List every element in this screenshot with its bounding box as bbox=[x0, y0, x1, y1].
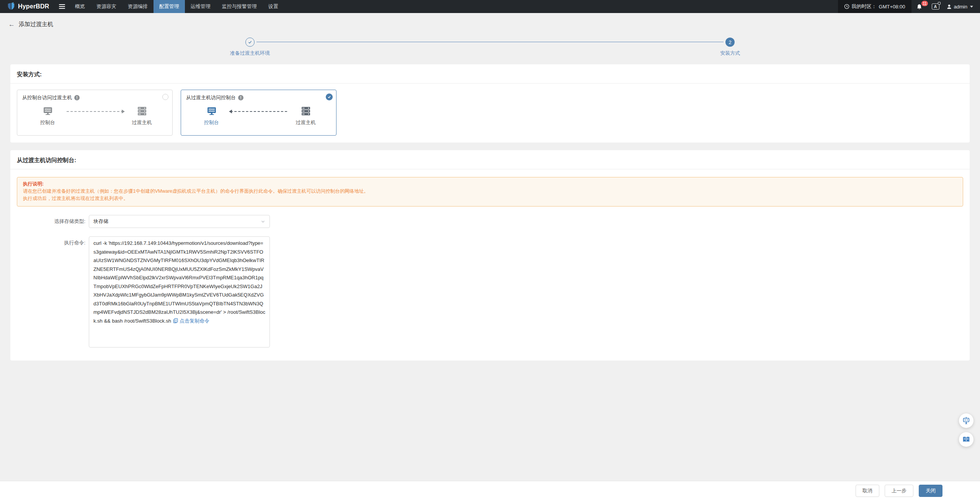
brand-name: HyperBDR bbox=[18, 3, 49, 10]
user-menu[interactable]: admin bbox=[943, 0, 980, 13]
step-2-label: 安装方式 bbox=[688, 50, 772, 57]
nav-item-settings[interactable]: 设置 bbox=[263, 0, 284, 13]
config-section-heading: 从过渡主机访问控制台: bbox=[10, 150, 970, 169]
console-icon bbox=[206, 106, 217, 116]
option-card-console-to-host[interactable]: 从控制台访问过渡主机 ! 控制台 bbox=[17, 90, 173, 136]
console-icon bbox=[42, 106, 53, 116]
selected-check-icon bbox=[326, 93, 333, 100]
top-navigation-bar: HyperBDR 概览 资源容灾 资源编排 配置管理 运维管理 监控与报警管理 … bbox=[0, 0, 980, 13]
radio-unselected-icon[interactable] bbox=[162, 94, 168, 100]
install-method-panel: 安装方式: 从控制台访问过渡主机 ! bbox=[10, 64, 970, 143]
dashed-arrow-right-icon bbox=[67, 111, 123, 112]
notice-title: 执行说明: bbox=[23, 180, 957, 188]
storage-type-value: 块存储 bbox=[93, 218, 108, 225]
nav-item-orchestration[interactable]: 资源编排 bbox=[122, 0, 154, 13]
step-2-install-method: 2 安装方式 bbox=[688, 38, 772, 57]
ai-assistant-button[interactable] bbox=[959, 413, 973, 428]
app-logo: HyperBDR bbox=[0, 0, 55, 13]
notice-line-2: 执行成功后，过渡主机将出现在过渡主机列表中。 bbox=[23, 195, 957, 202]
wizard-footer: 取消 上一步 关闭 bbox=[0, 481, 980, 500]
nav-item-resource-dr[interactable]: 资源容灾 bbox=[91, 0, 122, 13]
menu-toggle-icon[interactable] bbox=[55, 0, 69, 13]
console-label: 控制台 bbox=[204, 119, 219, 126]
topbar-right: 我的时区： GMT+08:00 11 A admin bbox=[838, 0, 980, 13]
execution-notice: 执行说明: 请在您已创建并准备好的过渡主机（例如：您在步骤1中创建的VMware… bbox=[17, 177, 963, 207]
timezone-display[interactable]: 我的时区： GMT+08:00 bbox=[838, 0, 911, 13]
notice-line-1: 请在您已创建并准备好的过渡主机（例如：您在步骤1中创建的VMware虚拟机或云平… bbox=[23, 188, 957, 195]
info-icon[interactable]: ! bbox=[74, 95, 80, 100]
option-1-title: 从控制台访问过渡主机 bbox=[22, 94, 72, 101]
step-2-number: 2 bbox=[725, 38, 735, 47]
step-connector-line bbox=[256, 42, 724, 42]
page-title: 添加过渡主机 bbox=[19, 21, 53, 28]
option-1-diagram: 控制台 bbox=[22, 106, 167, 126]
host-to-console-panel: 从过渡主机访问控制台: 执行说明: 请在您已创建并准备好的过渡主机（例如：您在步… bbox=[10, 150, 970, 361]
option-2-diagram: 控制台 bbox=[186, 106, 331, 126]
username: admin bbox=[954, 4, 967, 10]
brand-shield-icon bbox=[7, 2, 15, 11]
caret-down-icon bbox=[970, 6, 973, 8]
main-nav: 概览 资源容灾 资源编排 配置管理 运维管理 监控与报警管理 设置 bbox=[69, 0, 284, 13]
console-label: 控制台 bbox=[40, 119, 55, 126]
step-1-label: 准备过渡主机环境 bbox=[208, 50, 292, 57]
cancel-button[interactable]: 取消 bbox=[856, 485, 879, 497]
storage-type-label: 选择存储类型: bbox=[17, 215, 89, 228]
notifications-button[interactable]: 11 bbox=[911, 0, 928, 13]
language-switch-button[interactable]: A bbox=[928, 0, 943, 13]
transit-host-label: 过渡主机 bbox=[296, 119, 316, 126]
install-method-heading: 安装方式: bbox=[10, 64, 970, 84]
notification-badge: 11 bbox=[921, 1, 928, 6]
timezone-value: GMT+08:00 bbox=[879, 4, 905, 10]
dashed-arrow-left-icon bbox=[230, 111, 287, 112]
previous-step-button[interactable]: 上一步 bbox=[885, 485, 913, 497]
timezone-label: 我的时区： bbox=[852, 3, 877, 10]
command-box[interactable]: curl -k 'https://192.168.7.149:10443/hyp… bbox=[89, 236, 270, 348]
transit-host-icon bbox=[137, 106, 147, 116]
wizard-stepper: 准备过渡主机环境 2 安装方式 bbox=[0, 32, 980, 64]
step-1-prepare-host: 准备过渡主机环境 bbox=[208, 38, 292, 57]
nav-item-overview[interactable]: 概览 bbox=[69, 0, 91, 13]
back-button[interactable]: ← bbox=[8, 21, 15, 28]
robot-assistant-icon bbox=[962, 416, 970, 425]
option-card-host-to-console[interactable]: 从过渡主机访问控制台 ! 控制台 bbox=[181, 90, 336, 136]
language-icon: A bbox=[932, 3, 939, 10]
info-icon[interactable]: ! bbox=[238, 95, 243, 100]
transit-host-label: 过渡主机 bbox=[132, 119, 152, 126]
copy-command-link[interactable]: 点击复制命令 bbox=[180, 318, 209, 324]
nav-item-config-mgmt[interactable]: 配置管理 bbox=[154, 0, 185, 13]
nav-item-ops-mgmt[interactable]: 运维管理 bbox=[185, 0, 216, 13]
option-2-title: 从过渡主机访问控制台 bbox=[186, 94, 236, 101]
documentation-button[interactable] bbox=[959, 432, 973, 447]
copy-icon[interactable] bbox=[173, 318, 178, 323]
step-done-check-icon bbox=[245, 38, 255, 47]
command-label: 执行命令: bbox=[17, 236, 89, 348]
storage-type-select[interactable]: 块存储 bbox=[89, 215, 270, 228]
close-button[interactable]: 关闭 bbox=[919, 485, 942, 497]
page-header: ← 添加过渡主机 bbox=[0, 16, 980, 32]
nav-item-monitor-alert[interactable]: 监控与报警管理 bbox=[216, 0, 263, 13]
clock-icon bbox=[844, 4, 849, 9]
transit-host-icon bbox=[301, 106, 311, 116]
command-text: curl -k 'https://192.168.7.149:10443/hyp… bbox=[93, 240, 265, 324]
open-book-icon bbox=[962, 435, 970, 444]
user-icon bbox=[946, 4, 952, 10]
chevron-down-icon bbox=[261, 219, 265, 224]
